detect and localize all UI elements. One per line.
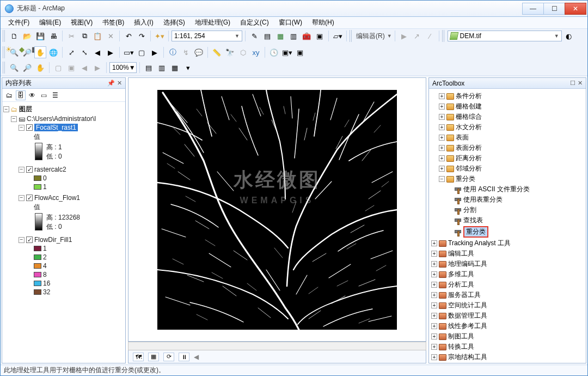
layout-back-icon[interactable]: ◀ xyxy=(78,62,90,74)
toolbox-data-management[interactable]: + 数据管理工具 xyxy=(431,311,584,321)
menu-select[interactable]: 选择(S) xyxy=(159,17,189,28)
measure-icon[interactable]: 📏 xyxy=(211,46,223,58)
toc-path[interactable]: C:\Users\Administrator\I xyxy=(27,115,96,123)
layout-view-tab[interactable]: ▦ xyxy=(148,353,159,361)
list-by-visibility-icon[interactable]: 👁 xyxy=(27,90,37,100)
toolset-distance[interactable]: + 距离分析 xyxy=(439,153,584,163)
menu-view[interactable]: 视图(V) xyxy=(66,17,97,28)
add-data-icon[interactable]: ✦▾ xyxy=(154,30,166,42)
zoom-percent-combo[interactable]: 100% ▼ xyxy=(109,62,137,73)
map-canvas[interactable]: 水经微图 WEMAPGIS xyxy=(128,77,426,342)
print-icon[interactable]: 🖶 xyxy=(47,30,59,42)
map-scale-combo[interactable]: 1:161, 254 ▼ xyxy=(171,31,242,41)
layer-checkbox[interactable]: ✓ xyxy=(26,166,33,173)
layout-full-icon[interactable]: ▢ xyxy=(52,62,64,74)
toolset-reclass[interactable]: − 重分类 xyxy=(439,174,584,184)
python-window-icon[interactable]: ▣ xyxy=(314,30,326,42)
toolbox-conversion[interactable]: + 转换工具 xyxy=(431,342,584,352)
menu-customize[interactable]: 自定义(C) xyxy=(236,17,273,28)
cut-icon[interactable]: ✂ xyxy=(65,30,77,42)
tool-reclass-by-ascii[interactable]: 使用 ASCII 文件重分类 xyxy=(454,184,584,195)
go-to-xy-icon[interactable]: xy xyxy=(250,46,262,58)
menu-bookmark[interactable]: 书签(B) xyxy=(98,17,128,28)
viewer-window-icon[interactable]: ▣ xyxy=(294,46,306,58)
toolbox-parcel-fabric[interactable]: + 宗地结构工具 xyxy=(431,352,584,362)
html-popup-icon[interactable]: 💬 xyxy=(193,46,205,58)
find-icon[interactable]: 🔭 xyxy=(224,46,236,58)
options-icon[interactable]: ☰ xyxy=(50,90,60,100)
change-layout-icon[interactable]: ▾ xyxy=(182,62,194,74)
tool-lookup[interactable]: 查找表 xyxy=(454,215,584,226)
copy-icon[interactable]: ⧉ xyxy=(78,30,90,42)
layout-forward-icon[interactable]: ▶ xyxy=(91,62,103,74)
forward-extent-icon[interactable]: ▶ xyxy=(105,46,117,58)
close-button[interactable]: ✕ xyxy=(565,3,586,15)
layout-pan-icon[interactable]: ✋ xyxy=(34,62,46,74)
maximize-button[interactable]: ☐ xyxy=(543,3,565,15)
collapse-icon[interactable]: − xyxy=(3,106,9,112)
layer-checkbox[interactable]: ✓ xyxy=(26,236,33,243)
zoom-in-icon[interactable]: 🔍 xyxy=(8,46,20,58)
toolbar-grip[interactable] xyxy=(3,62,6,74)
layer-combo[interactable]: DEM.tif ▼ xyxy=(448,31,562,41)
pan-icon[interactable]: ✋ xyxy=(34,46,46,58)
identify-icon[interactable]: ⓘ xyxy=(167,46,179,58)
toc-root[interactable]: 图层 xyxy=(19,105,32,114)
toolbox-linear-ref[interactable]: + 线性参考工具 xyxy=(431,321,584,331)
collapse-icon[interactable]: − xyxy=(19,195,24,201)
toolbar-grip[interactable] xyxy=(350,30,353,42)
delete-icon[interactable]: ✕ xyxy=(105,30,117,42)
fixed-zoom-out-icon[interactable]: ⤡ xyxy=(78,46,90,58)
tool-reclass-by-table[interactable]: 使用表重分类 xyxy=(454,195,584,205)
back-extent-icon[interactable]: ◀ xyxy=(91,46,103,58)
paste-icon[interactable]: 📋 xyxy=(91,30,103,42)
collapse-icon[interactable]: − xyxy=(19,237,24,243)
list-by-selection-icon[interactable]: ▭ xyxy=(39,90,48,100)
toolset-surface-analysis[interactable]: + 表面分析 xyxy=(439,143,584,153)
map-h-scrollbar[interactable] xyxy=(128,342,426,350)
toolbox-geocoding[interactable]: + 地理编码工具 xyxy=(431,259,584,269)
toolset-hydrology[interactable]: + 水文分析 xyxy=(439,122,584,132)
toolbar-grip[interactable] xyxy=(3,30,6,42)
hyperlink-icon[interactable]: ↯ xyxy=(180,46,192,58)
layout-zoom-out-icon[interactable]: 🔎 xyxy=(21,62,33,74)
clear-selection-icon[interactable]: ▢ xyxy=(136,46,148,58)
edit-vertices-icon[interactable]: ↗ xyxy=(411,30,423,42)
search-window-icon[interactable]: ▥ xyxy=(287,30,299,42)
pin-icon[interactable]: 📌 xyxy=(107,80,115,87)
arctoolbox-body[interactable]: + 条件分析 + 栅格创建 + 栅格综合 + 水文分析 + 表面 + 表面分析 … xyxy=(429,89,586,363)
toolbox-multidimension[interactable]: + 多维工具 xyxy=(431,269,584,280)
toolset-surface[interactable]: + 表面 xyxy=(439,132,584,143)
toc-layer-flowacc[interactable]: FlowAcc_Flow1 xyxy=(34,194,80,202)
editor-label[interactable]: 编辑器(R) xyxy=(355,32,386,41)
save-icon[interactable]: 💾 xyxy=(34,30,46,42)
find-route-icon[interactable]: ⬡ xyxy=(237,46,249,58)
menu-file[interactable]: 文件(F) xyxy=(4,17,34,28)
collapse-icon[interactable]: − xyxy=(19,125,24,131)
pause-drawing-icon[interactable]: ⏸ xyxy=(179,353,189,361)
toc-layer-focalst[interactable]: FocalSt_rast1 xyxy=(34,124,78,131)
menu-help[interactable]: 帮助(H) xyxy=(308,17,339,28)
toolbox-analysis[interactable]: + 分析工具 xyxy=(431,280,584,290)
tool-reclassify[interactable]: 重分类 xyxy=(454,226,584,238)
editor-toolbar-icon[interactable]: ✎ xyxy=(248,30,260,42)
close-pane-icon[interactable]: ✕ xyxy=(117,80,122,87)
toolset-conditional[interactable]: + 条件分析 xyxy=(439,91,584,101)
toolbar-grip[interactable] xyxy=(3,46,6,58)
menu-insert[interactable]: 插入(I) xyxy=(130,17,157,28)
toc-layer-rastercalc2[interactable]: rastercalc2 xyxy=(34,166,66,173)
menu-geoprocessing[interactable]: 地理处理(G) xyxy=(191,17,235,28)
toolbox-tracking-analyst[interactable]: + Tracking Analyst 工具 xyxy=(431,238,584,248)
arctoolbox-icon[interactable]: 🧰 xyxy=(301,30,313,42)
open-icon[interactable]: 📂 xyxy=(21,30,33,42)
new-icon[interactable]: 🗋 xyxy=(8,30,20,42)
collapse-icon[interactable]: − xyxy=(11,116,17,122)
toolbox-editing[interactable]: + 编辑工具 xyxy=(431,248,584,259)
fixed-zoom-in-icon[interactable]: ⤢ xyxy=(65,46,77,58)
data-view-tab[interactable]: 🗺 xyxy=(133,353,144,361)
select-features-icon[interactable]: ▭▾ xyxy=(122,46,134,58)
menu-window[interactable]: 窗口(W) xyxy=(274,17,307,28)
full-extent-icon[interactable]: 🌐 xyxy=(47,46,59,58)
redo-icon[interactable]: ↷ xyxy=(136,30,148,42)
toolset-raster-general[interactable]: + 栅格综合 xyxy=(439,112,584,122)
